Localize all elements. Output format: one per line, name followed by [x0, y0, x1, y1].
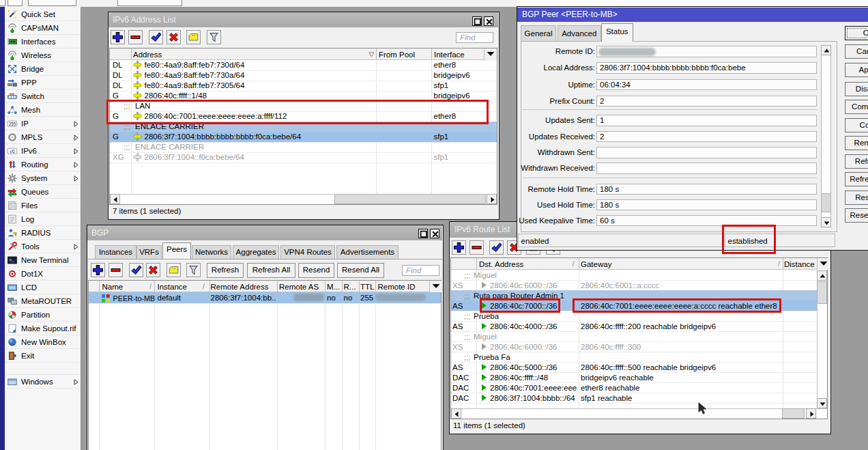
svg-text:255: 255 — [9, 122, 16, 126]
svg-text:v6: v6 — [10, 149, 15, 154]
svg-text:>_: >_ — [9, 258, 14, 263]
